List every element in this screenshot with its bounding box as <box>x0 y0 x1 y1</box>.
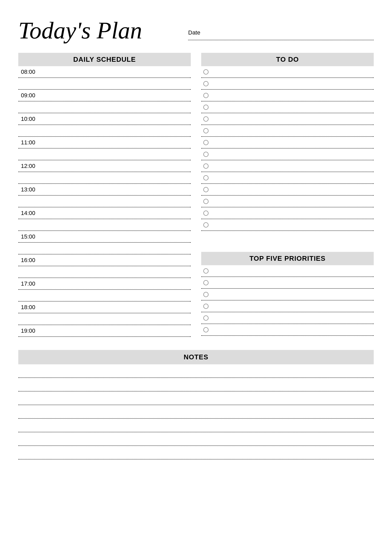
priority-item[interactable] <box>201 265 374 277</box>
date-label: Date <box>188 29 374 36</box>
checkbox-circle-icon[interactable] <box>203 199 209 204</box>
left-column: DAILY SCHEDULE 08:0009:0010:0011:0012:00… <box>18 53 191 337</box>
checkbox-circle-icon[interactable] <box>203 222 209 228</box>
schedule-row[interactable]: 16:00 <box>18 254 191 266</box>
todo-item[interactable] <box>201 196 374 207</box>
schedule-row[interactable] <box>18 78 191 90</box>
todo-item[interactable] <box>201 78 374 90</box>
priorities-body <box>201 265 374 336</box>
schedule-row[interactable]: 10:00 <box>18 113 191 125</box>
schedule-row[interactable]: 17:00 <box>18 278 191 290</box>
checkbox-circle-icon[interactable] <box>203 327 209 332</box>
schedule-row[interactable]: 13:00 <box>18 184 191 196</box>
priorities-heading: TOP FIVE PRIORITIES <box>201 252 374 265</box>
note-line[interactable] <box>18 419 374 432</box>
date-field[interactable]: Date <box>188 29 374 42</box>
columns: DAILY SCHEDULE 08:0009:0010:0011:0012:00… <box>18 53 374 337</box>
checkbox-circle-icon[interactable] <box>203 163 209 169</box>
schedule-row[interactable]: 08:00 <box>18 66 191 78</box>
todo-item[interactable] <box>201 137 374 149</box>
todo-item[interactable] <box>201 66 374 78</box>
todo-item[interactable] <box>201 90 374 101</box>
schedule-row[interactable] <box>18 313 191 325</box>
todo-item[interactable] <box>201 184 374 196</box>
note-line[interactable] <box>18 405 374 419</box>
checkbox-circle-icon[interactable] <box>203 152 209 157</box>
todo-item[interactable] <box>201 101 374 113</box>
note-line[interactable] <box>18 364 374 378</box>
todo-item[interactable] <box>201 172 374 184</box>
checkbox-circle-icon[interactable] <box>203 128 209 133</box>
schedule-body: 08:0009:0010:0011:0012:0013:0014:0015:00… <box>18 66 191 337</box>
spacer <box>201 231 374 252</box>
schedule-row[interactable]: 18:00 <box>18 302 191 313</box>
schedule-row[interactable] <box>18 290 191 302</box>
todo-heading: TO DO <box>201 53 374 66</box>
notes-body <box>18 364 374 460</box>
note-line[interactable] <box>18 392 374 405</box>
schedule-row[interactable]: 12:00 <box>18 160 191 172</box>
schedule-row[interactable] <box>18 101 191 113</box>
checkbox-circle-icon[interactable] <box>203 140 209 145</box>
checkbox-circle-icon[interactable] <box>203 105 209 110</box>
right-column: TO DO TOP FIVE PRIORITIES <box>201 53 374 337</box>
todo-item[interactable] <box>201 149 374 160</box>
schedule-row[interactable] <box>18 172 191 184</box>
page-title: Today's Plan <box>18 18 180 42</box>
todo-item[interactable] <box>201 219 374 231</box>
notes-section: NOTES <box>18 350 374 460</box>
schedule-row[interactable]: 09:00 <box>18 90 191 101</box>
schedule-row[interactable] <box>18 125 191 137</box>
schedule-row[interactable] <box>18 243 191 254</box>
note-line[interactable] <box>18 378 374 392</box>
schedule-heading: DAILY SCHEDULE <box>18 53 191 66</box>
checkbox-circle-icon[interactable] <box>203 304 209 309</box>
checkbox-circle-icon[interactable] <box>203 187 209 192</box>
checkbox-circle-icon[interactable] <box>203 292 209 297</box>
notes-heading: NOTES <box>18 350 374 364</box>
checkbox-circle-icon[interactable] <box>203 69 209 75</box>
todo-item[interactable] <box>201 113 374 125</box>
checkbox-circle-icon[interactable] <box>203 268 209 274</box>
schedule-row[interactable]: 11:00 <box>18 137 191 149</box>
schedule-row[interactable]: 14:00 <box>18 207 191 219</box>
note-line[interactable] <box>18 446 374 460</box>
checkbox-circle-icon[interactable] <box>203 81 209 86</box>
priority-item[interactable] <box>201 289 374 301</box>
date-underline <box>188 40 374 40</box>
checkbox-circle-icon[interactable] <box>203 116 209 122</box>
checkbox-circle-icon[interactable] <box>203 93 209 98</box>
todo-item[interactable] <box>201 125 374 137</box>
priority-item[interactable] <box>201 301 374 312</box>
header: Today's Plan Date <box>18 18 374 42</box>
priority-item[interactable] <box>201 277 374 289</box>
schedule-row[interactable]: 15:00 <box>18 231 191 243</box>
priority-item[interactable] <box>201 324 374 336</box>
schedule-row[interactable] <box>18 219 191 231</box>
schedule-row[interactable] <box>18 266 191 278</box>
note-line[interactable] <box>18 432 374 446</box>
schedule-row[interactable] <box>18 149 191 160</box>
todo-body <box>201 66 374 231</box>
checkbox-circle-icon[interactable] <box>203 280 209 285</box>
todo-item[interactable] <box>201 207 374 219</box>
checkbox-circle-icon[interactable] <box>203 211 209 216</box>
schedule-row[interactable]: 19:00 <box>18 325 191 337</box>
schedule-row[interactable] <box>18 196 191 207</box>
checkbox-circle-icon[interactable] <box>203 315 209 321</box>
checkbox-circle-icon[interactable] <box>203 175 209 180</box>
priority-item[interactable] <box>201 312 374 324</box>
todo-item[interactable] <box>201 160 374 172</box>
